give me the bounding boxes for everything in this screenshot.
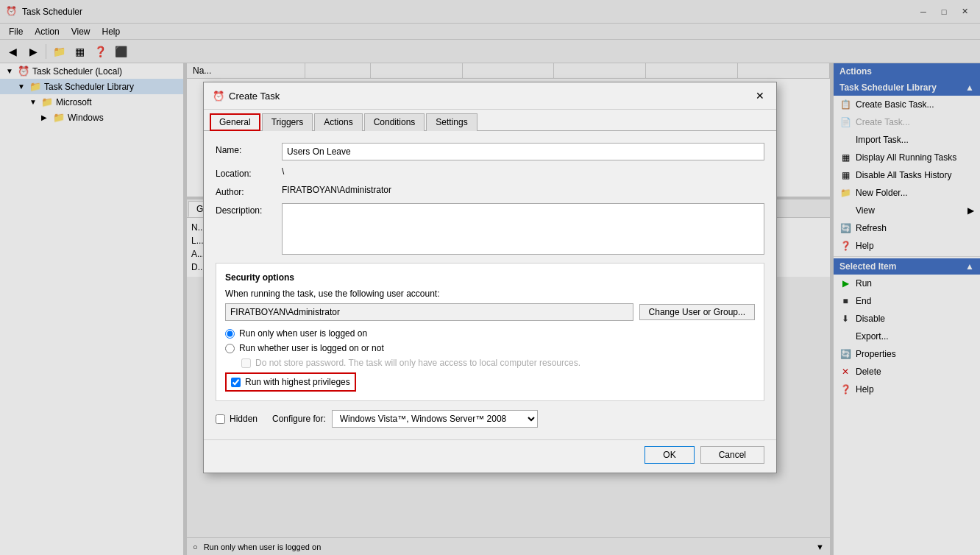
ok-button[interactable]: OK [645, 446, 694, 464]
author-label: Author: [216, 185, 282, 197]
name-row: Name: [216, 143, 764, 160]
location-value: \ [282, 166, 284, 177]
highest-privileges-text: Run with highest privileges [245, 377, 350, 387]
description-input[interactable] [282, 203, 764, 255]
name-label: Name: [216, 143, 282, 155]
dialog-buttons: OK Cancel [204, 439, 776, 473]
configure-for-select[interactable]: Windows Vista™, Windows Server™ 2008 Win… [332, 410, 538, 428]
security-section: Security options When running the task, … [216, 263, 764, 401]
dialog-tab-bar: General Triggers Actions Conditions Sett… [204, 110, 776, 131]
radio-whether-logged-input[interactable] [225, 344, 235, 353]
configure-for-label: Configure for: [272, 414, 326, 424]
dialog-overlay: ⏰ Create Task ✕ General Triggers Actions… [0, 0, 980, 555]
location-row: Location: \ [216, 166, 764, 179]
name-field [282, 143, 764, 160]
location-field: \ [282, 166, 764, 177]
security-desc: When running the task, use the following… [225, 289, 755, 299]
highest-privileges-row: Run with highest privileges [225, 372, 755, 392]
tab-general[interactable]: General [210, 113, 260, 131]
bottom-row: Hidden Configure for: Windows Vista™, Wi… [216, 410, 764, 428]
radio-whether-logged-label: Run whether user is logged on or not [239, 343, 384, 353]
dialog-title-icon: ⏰ [213, 91, 224, 102]
description-row: Description: [216, 203, 764, 257]
tab-conditions[interactable]: Conditions [364, 113, 425, 131]
highest-privileges-label[interactable]: Run with highest privileges [225, 372, 356, 392]
user-account-row: Change User or Group... [225, 303, 755, 321]
dialog-title-content: ⏰ Create Task [213, 91, 280, 102]
hidden-row: Hidden [216, 414, 258, 424]
author-value: FIRATBOYAN\Administrator [282, 185, 391, 195]
dialog-title-text: Create Task [229, 91, 280, 102]
author-field: FIRATBOYAN\Administrator [282, 185, 764, 195]
radio-group: Run only when user is logged on Run whet… [225, 328, 755, 368]
no-password-checkbox [241, 358, 251, 368]
radio-logged-on[interactable]: Run only when user is logged on [225, 328, 755, 339]
author-row: Author: FIRATBOYAN\Administrator [216, 185, 764, 197]
description-label: Description: [216, 203, 282, 216]
tab-actions[interactable]: Actions [314, 113, 362, 131]
user-account-input[interactable] [225, 303, 633, 321]
highest-privileges-checkbox[interactable] [231, 378, 241, 387]
location-label: Location: [216, 166, 282, 179]
dialog-close-button[interactable]: ✕ [753, 88, 767, 103]
no-password-label: Do not store password. The task will onl… [255, 358, 580, 368]
create-task-dialog: ⏰ Create Task ✕ General Triggers Actions… [203, 82, 777, 473]
description-field [282, 203, 764, 257]
security-title: Security options [225, 272, 755, 283]
radio-whether-logged[interactable]: Run whether user is logged on or not [225, 343, 755, 353]
tab-settings[interactable]: Settings [426, 113, 477, 131]
hidden-checkbox[interactable] [216, 414, 225, 424]
tab-triggers[interactable]: Triggers [262, 113, 313, 131]
radio-logged-on-label: Run only when user is logged on [239, 328, 367, 339]
configure-row: Configure for: Windows Vista™, Windows S… [272, 410, 538, 428]
sub-option-row: Do not store password. The task will onl… [241, 358, 755, 368]
cancel-button[interactable]: Cancel [700, 446, 764, 464]
name-input[interactable] [282, 143, 764, 160]
dialog-title-bar: ⏰ Create Task ✕ [204, 82, 776, 110]
dialog-content: Name: Location: \ Author: FIRATBOYAN\Adm… [204, 131, 776, 439]
hidden-label: Hidden [230, 414, 258, 424]
change-user-button[interactable]: Change User or Group... [639, 304, 755, 320]
radio-logged-on-input[interactable] [225, 329, 235, 339]
